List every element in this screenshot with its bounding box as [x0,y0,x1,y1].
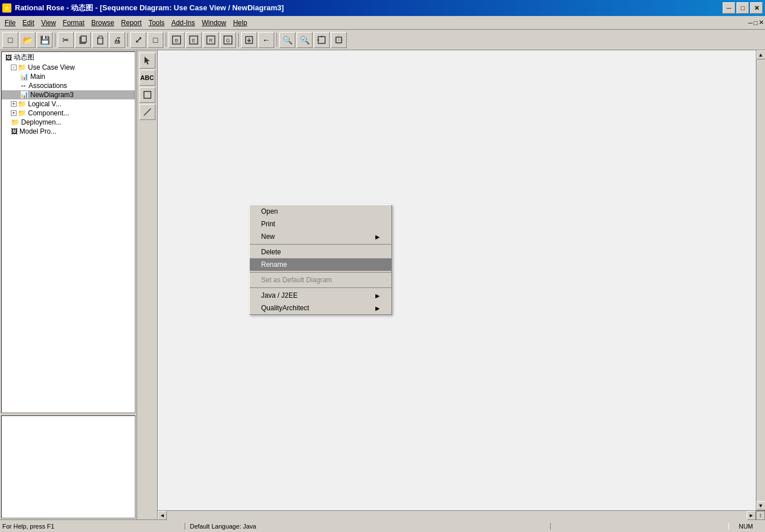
menu-report[interactable]: Report [118,18,145,28]
vtoolbar-note[interactable] [139,87,155,103]
inner-close-btn[interactable]: ✕ [759,19,764,26]
ctx-set-default-label: Set as Default Diagram [261,276,332,284]
toolbar-fit1[interactable] [314,32,330,48]
ctx-open-label: Open [261,207,278,215]
toolbar-zoomin[interactable]: 🔍 [279,32,295,48]
expand-logical[interactable]: + [11,101,17,107]
tree-item-use-case-view[interactable]: - 📁 Use Case View [2,63,135,72]
toolbar-select[interactable]: ⤢ [130,32,146,48]
scroll-left-arrow[interactable]: ◄ [158,511,167,520]
tree-item-deployment[interactable]: 📁 Deploymen... [2,118,135,127]
toolbar-sep3 [166,33,166,47]
tree-item-root[interactable]: 🖼 动态图 [2,52,135,63]
svg-text:R: R [209,38,213,43]
toolbar-b2[interactable]: E [186,32,202,48]
diagram-container: Open Print New ▶ Delete Rename [158,50,765,519]
diagram-icon-new: 📊 [20,91,29,99]
tree-item-associations[interactable]: ↔ Associations [2,81,135,90]
toolbar-open[interactable]: 📂 [19,32,35,48]
toolbar-print[interactable]: 🖨 [109,32,125,48]
toolbar-b4[interactable]: G [220,32,236,48]
menu-edit[interactable]: Edit [19,18,38,28]
toolbar-icon4: G [223,35,233,45]
ctx-quality-label: QualityArchitect [261,304,309,312]
ctx-set-default: Set as Default Diagram [250,274,391,286]
toolbar-fit2[interactable] [331,32,347,48]
toolbar-rect[interactable]: □ [147,32,163,48]
tree-label-newdiagram3: NewDiagram3 [30,91,74,99]
vtoolbar-line[interactable] [139,104,155,120]
maximize-button[interactable]: □ [736,2,749,14]
svg-text:G: G [226,38,230,43]
minimize-button[interactable]: ─ [723,2,735,14]
status-bar: For Help, press F1 Default Language: Jav… [0,519,765,532]
toolbar-save[interactable]: 💾 [37,32,53,48]
menu-browse[interactable]: Browse [88,18,118,28]
fit-icon2 [334,35,344,45]
toolbar-b3[interactable]: R [203,32,219,48]
toolbar-cut[interactable]: ✂ [58,32,74,48]
ctx-new-label: New [261,233,275,241]
toolbar-new[interactable]: □ [2,32,18,48]
menu-window[interactable]: Window [198,18,230,28]
ctx-open[interactable]: Open [250,205,391,218]
menu-view[interactable]: View [38,18,59,28]
menu-help[interactable]: Help [230,18,251,28]
menu-format[interactable]: Format [59,18,88,28]
paste-icon [95,35,105,45]
toolbar-copy[interactable] [75,32,91,48]
tree-label-associations: Associations [29,82,67,90]
folder-icon-logical: 📁 [18,100,26,108]
tree-item-logical[interactable]: + 📁 Logical V... [2,99,135,109]
title-bar-left: ☆ Rational Rose - 动态图 - [Sequence Diagra… [2,3,284,13]
scroll-right-arrow[interactable]: ► [747,511,756,520]
ctx-java[interactable]: Java / J2EE ▶ [250,289,391,302]
ctx-print[interactable]: Print [250,218,391,230]
toolbar-export[interactable] [241,32,257,48]
expand-component[interactable]: + [11,110,17,116]
title-text: Rational Rose - 动态图 - [Sequence Diagram:… [15,3,284,13]
toolbar-icon3: R [206,35,216,45]
title-bar-buttons: ─ □ ✕ [723,2,763,14]
scroll-up-arrow[interactable]: ▲ [756,50,766,59]
scroll-track-bottom[interactable] [167,511,747,520]
status-num: NUM [728,523,763,530]
tree-item-main[interactable]: 📊 Main [2,72,135,81]
ctx-delete[interactable]: Delete [250,246,391,258]
diagram-area[interactable]: Open Print New ▶ Delete Rename [158,50,756,510]
menu-addins[interactable]: Add-Ins [168,18,198,28]
vtoolbar-select[interactable] [139,53,155,69]
copy-icon [78,35,87,45]
tree-label-deployment: Deploymen... [21,118,62,126]
ctx-quality[interactable]: QualityArchitect ▶ [250,302,391,314]
toolbar-paste[interactable] [92,32,108,48]
toolbar-b1[interactable]: B [169,32,185,48]
toolbar-zoomout[interactable]: 🔍- [297,32,313,48]
bottom-left-panel [1,415,135,518]
scroll-down-arrow[interactable]: ▼ [756,501,766,510]
corner-resize[interactable]: ↕ [756,511,765,520]
ctx-sep2 [250,272,391,273]
close-button[interactable]: ✕ [750,2,763,14]
ctx-delete-label: Delete [261,248,281,256]
ctx-new[interactable]: New ▶ [250,230,391,243]
menu-file[interactable]: File [1,18,19,28]
toolbar-sep2 [127,33,128,47]
ctx-rename[interactable]: Rename [250,258,391,271]
menu-tools[interactable]: Tools [145,18,168,28]
app-icon: ☆ [2,3,11,13]
inner-min-btn[interactable]: ─ [748,19,753,26]
ctx-java-label: Java / J2EE [261,291,298,299]
tree-root-icon: 🖼 [5,54,12,62]
expand-use-case[interactable]: - [11,65,17,70]
toolbar-back[interactable]: ← [258,32,274,48]
scroll-track-right[interactable] [756,59,766,501]
tree-item-modelpro[interactable]: 🖼 Model Pro... [2,127,135,136]
vtoolbar-text[interactable]: ABC [139,70,155,86]
diagram-icon-main: 📊 [20,73,29,81]
tree-item-newdiagram3[interactable]: 📊 NewDiagram3 [2,90,135,99]
tree-view[interactable]: 🖼 动态图 - 📁 Use Case View 📊 Main ↔ Associa… [1,51,135,413]
tree-item-component[interactable]: + 📁 Component... [2,109,135,118]
inner-max-btn[interactable]: □ [754,19,758,26]
status-language: Default Language: Java [185,523,551,530]
